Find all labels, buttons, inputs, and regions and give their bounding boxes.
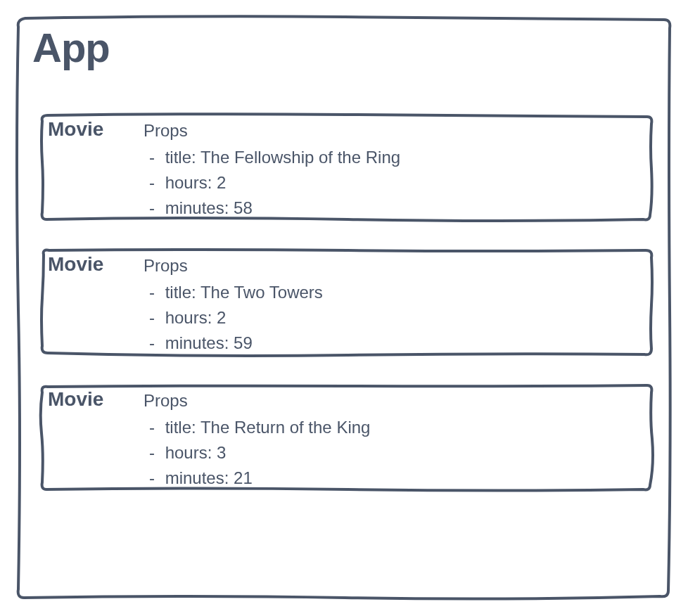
movie-component-box: Movie Props - title: The Fellowship of t… [38, 113, 656, 224]
prop-title-line: - title: The Fellowship of the Ring [144, 145, 400, 170]
props-heading: Props [144, 118, 400, 143]
movie-component-label: Movie [48, 118, 103, 141]
prop-minutes-line: - minutes: 59 [144, 331, 323, 356]
movie-component-label: Movie [48, 388, 103, 411]
prop-minutes-line: - minutes: 21 [144, 466, 370, 491]
prop-hours-key: hours [165, 173, 208, 192]
movies-list: Movie Props - title: The Fellowship of t… [38, 113, 656, 494]
prop-title-value: The Fellowship of the Ring [200, 148, 400, 167]
prop-title-key: title [165, 283, 191, 302]
prop-minutes-value: 58 [234, 198, 253, 217]
prop-hours-value: 2 [217, 173, 226, 192]
prop-minutes-line: - minutes: 58 [144, 195, 400, 221]
prop-hours-line: - hours: 2 [144, 305, 323, 331]
movie-box-border [38, 248, 656, 359]
prop-minutes-key: minutes [165, 468, 224, 487]
prop-title-key: title [165, 148, 191, 167]
prop-hours-line: - hours: 3 [144, 440, 370, 466]
movie-component-label: Movie [48, 253, 103, 276]
prop-title-value: The Return of the King [200, 418, 370, 437]
prop-minutes-value: 21 [234, 468, 253, 487]
prop-title-line: - title: The Return of the King [144, 415, 370, 440]
movie-component-box: Movie Props - title: The Return of the K… [38, 383, 656, 494]
prop-hours-value: 3 [217, 443, 226, 462]
movie-component-box: Movie Props - title: The Two Towers - ho… [38, 248, 656, 359]
prop-title-value: The Two Towers [200, 283, 323, 302]
props-heading: Props [144, 388, 370, 413]
prop-hours-key: hours [165, 443, 208, 462]
prop-hours-line: - hours: 2 [144, 170, 400, 195]
props-block: Props - title: The Fellowship of the Rin… [144, 118, 400, 221]
prop-minutes-key: minutes [165, 198, 224, 217]
prop-minutes-value: 59 [234, 333, 253, 352]
prop-hours-value: 2 [217, 308, 226, 327]
props-heading: Props [144, 253, 323, 278]
prop-title-key: title [165, 418, 191, 437]
prop-title-line: - title: The Two Towers [144, 280, 323, 305]
prop-minutes-key: minutes [165, 333, 224, 352]
prop-hours-key: hours [165, 308, 208, 327]
app-title: App [32, 24, 110, 71]
props-block: Props - title: The Return of the King - … [144, 388, 370, 491]
app-component-box: App Movie Props - title: The Fellowship … [14, 14, 674, 602]
props-block: Props - title: The Two Towers - hours: 2… [144, 253, 323, 356]
